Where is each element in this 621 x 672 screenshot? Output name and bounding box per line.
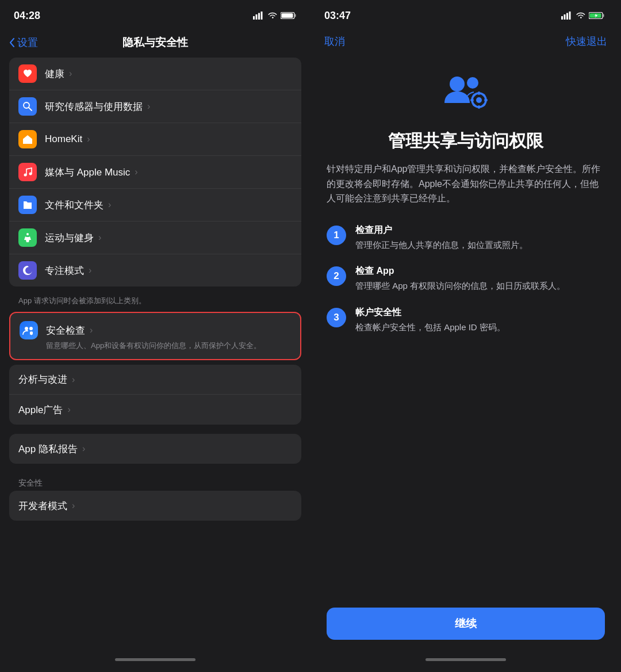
status-icons-right (561, 12, 607, 20)
list-item-homekit[interactable]: HomeKit › (9, 123, 301, 156)
security-section-header: 安全性 (9, 468, 301, 491)
homekit-label: HomeKit (45, 133, 82, 145)
section-note: App 请求访问时会被添加到以上类别。 (9, 291, 301, 312)
safety-check-chevron: › (90, 325, 93, 335)
signal-icon (253, 12, 263, 20)
svg-rect-27 (470, 99, 474, 101)
fitness-label: 运动与健身 (45, 231, 94, 245)
home-indicator-right (310, 651, 621, 672)
svg-point-12 (25, 327, 28, 330)
list-item-health[interactable]: 健康 › (9, 58, 301, 90)
analytics-group: 分析与改进 › Apple广告 › (9, 365, 301, 425)
files-chevron: › (108, 200, 111, 210)
permissions-list-group: 健康 › 研究传感器与使用数据 › (9, 58, 301, 287)
apple-ads-chevron: › (67, 404, 70, 415)
time-left: 04:28 (14, 10, 40, 22)
step-item-2: 2 检查 App 管理哪些 App 有权限访问你的信息，如日历或联系人。 (327, 265, 605, 293)
svg-rect-2 (258, 13, 260, 20)
hero-title: 管理共享与访问权限 (388, 131, 543, 151)
music-chevron: › (135, 167, 137, 177)
list-item-analytics[interactable]: 分析与改进 › (9, 365, 301, 395)
focus-label: 专注模式 (45, 264, 84, 277)
list-item-safety-check[interactable]: 安全检查 › 留意哪些人、App和设备有权访问你的信息，从而保护个人安全。 (10, 313, 300, 359)
step-desc-3: 检查帐户安全性，包括 Apple ID 密码。 (355, 321, 505, 334)
quick-exit-button[interactable]: 快速退出 (566, 35, 607, 48)
svg-rect-0 (253, 16, 255, 20)
status-bar-left: 04:28 (0, 0, 310, 28)
home-bar-right (425, 658, 506, 661)
svg-rect-17 (569, 12, 571, 20)
home-indicator-left (0, 651, 310, 672)
step-desc-2: 管理哪些 App 有权限访问你的信息，如日历或联系人。 (355, 280, 565, 293)
svg-point-10 (29, 173, 32, 175)
back-button[interactable]: 设置 (9, 36, 38, 49)
list-item-focus[interactable]: 专注模式 › (9, 254, 301, 287)
safety-check-icon (20, 321, 38, 339)
app-privacy-chevron: › (82, 444, 85, 454)
right-content: 管理共享与访问权限 针对特定用户和App管理共享和访问权限，并检查帐户安全性。所… (310, 55, 621, 651)
right-nav: 取消 快速退出 (310, 28, 621, 55)
list-item-research[interactable]: 研究传感器与使用数据 › (9, 90, 301, 123)
page-title: 隐私与安全性 (122, 35, 188, 50)
security-label: 安全性 (18, 478, 43, 487)
list-item-fitness[interactable]: 运动与健身 › (9, 222, 301, 254)
svg-point-22 (467, 77, 478, 89)
health-label: 健康 (45, 67, 64, 81)
time-right: 03:47 (324, 10, 351, 22)
cancel-button[interactable]: 取消 (324, 35, 345, 48)
fitness-icon (18, 228, 37, 247)
safety-check-label: 安全检查 (46, 324, 85, 337)
wifi-icon (267, 12, 277, 20)
safety-check-group: 安全检查 › 留意哪些人、App和设备有权访问你的信息，从而保护个人安全。 (9, 312, 301, 360)
continue-button[interactable]: 继续 (327, 608, 605, 640)
home-bar (115, 658, 195, 661)
dev-mode-group: 开发者模式 › (9, 491, 301, 521)
back-label: 设置 (17, 36, 38, 49)
focus-chevron: › (89, 265, 91, 276)
svg-line-8 (29, 108, 32, 110)
music-icon (18, 163, 37, 181)
health-icon (18, 64, 37, 83)
list-item-apple-ads[interactable]: Apple广告 › (9, 395, 301, 425)
music-label: 媒体与 Apple Music (45, 166, 130, 179)
svg-rect-16 (566, 13, 568, 20)
step-item-3: 3 帐户安全性 检查帐户安全性，包括 Apple ID 密码。 (327, 307, 605, 334)
homekit-icon (18, 130, 37, 148)
svg-point-13 (29, 327, 33, 330)
svg-rect-3 (261, 12, 263, 20)
files-label: 文件和文件夹 (45, 198, 103, 212)
wifi-icon-right (575, 12, 585, 20)
dev-mode-chevron: › (72, 501, 75, 511)
nav-bar-left: 设置 隐私与安全性 (0, 28, 310, 58)
apple-ads-label: Apple广告 (18, 403, 63, 417)
step-content-1: 检查用户 管理你正与他人共享的信息，如位置或照片。 (355, 224, 528, 252)
battery-icon (281, 12, 297, 20)
steps-list: 1 检查用户 管理你正与他人共享的信息，如位置或照片。 2 检查 App 管理哪… (327, 224, 605, 334)
homekit-chevron: › (87, 134, 90, 144)
svg-point-21 (450, 77, 465, 91)
step-item-1: 1 检查用户 管理你正与他人共享的信息，如位置或照片。 (327, 224, 605, 252)
research-label: 研究传感器与使用数据 (45, 100, 143, 113)
list-item-dev-mode[interactable]: 开发者模式 › (9, 491, 301, 521)
list-item-app-privacy[interactable]: App 隐私报告 › (9, 434, 301, 464)
signal-icon-right (561, 12, 572, 20)
health-chevron: › (69, 68, 72, 79)
svg-rect-25 (478, 91, 480, 95)
list-item-music[interactable]: 媒体与 Apple Music › (9, 156, 301, 189)
step-title-2: 检查 App (355, 265, 565, 277)
step-desc-1: 管理你正与他人共享的信息，如位置或照片。 (355, 239, 528, 252)
research-chevron: › (147, 101, 150, 112)
svg-rect-26 (478, 105, 480, 109)
svg-rect-15 (564, 14, 566, 20)
back-chevron-icon (9, 38, 15, 47)
privacy-report-group: App 隐私报告 › (9, 434, 301, 464)
battery-charging-icon (589, 12, 607, 20)
step-badge-3: 3 (327, 308, 346, 327)
list-item-files[interactable]: 文件和文件夹 › (9, 189, 301, 222)
analytics-chevron: › (72, 375, 75, 385)
focus-icon (18, 261, 37, 280)
svg-rect-6 (282, 13, 293, 18)
fitness-chevron: › (98, 232, 101, 243)
svg-rect-19 (603, 14, 604, 17)
hero-description: 针对特定用户和App管理共享和访问权限，并检查帐户安全性。所作的更改将会即时存储… (327, 162, 605, 206)
